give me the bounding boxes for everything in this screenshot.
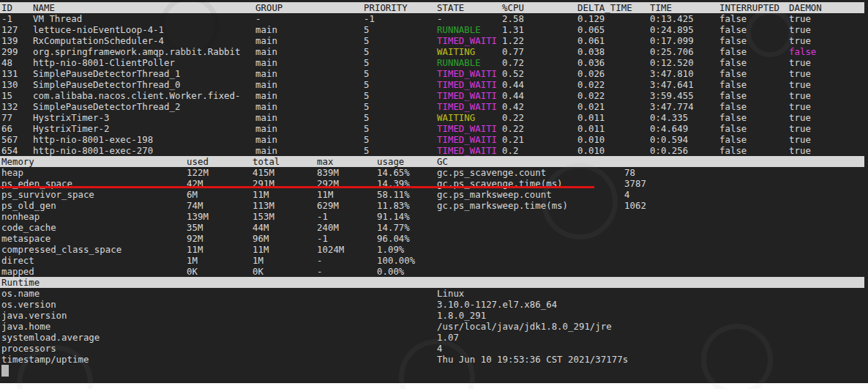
memory-table-row: code_cache 35M 44M 240M 14.77% — [0, 222, 868, 233]
thread-id-cell: 77 — [1, 112, 12, 123]
red-underline-annotation — [0, 186, 594, 188]
thread-id-cell: 127 — [1, 24, 18, 35]
memory-max-cell: - — [317, 266, 322, 277]
runtime-table-row: processors 4 — [0, 343, 868, 354]
thread-daemon-cell: true — [789, 24, 811, 35]
thread-table-row: 15 com.alibaba.nacos.client.Worker.fixed… — [0, 90, 868, 101]
memory-used-cell: 0K — [187, 266, 198, 277]
thread-interrupted-cell: false — [719, 35, 747, 46]
thread-priority-cell: 5 — [364, 123, 369, 134]
thread-state-cell: TIMED_WAITI — [437, 101, 497, 112]
thread-time-cell: 0:4.335 — [650, 112, 688, 123]
memory-total-cell: 1M — [252, 255, 263, 266]
thread-state-cell: RUNNABLE — [437, 57, 481, 68]
memory-table-row: heap 122M 415M 839M 14.65% gc.ps_scaveng… — [0, 167, 868, 178]
thread-delta-time-cell: 0.022 — [577, 90, 605, 101]
thread-name-cell: SimplePauseDetectorThread_2 — [33, 101, 180, 112]
memory-total-cell: 11M — [252, 244, 269, 255]
thread-state-cell: TIMED_WAITI — [437, 35, 497, 46]
thread-state-cell: RUNNABLE — [437, 24, 481, 35]
thread-group-cell: main — [255, 35, 277, 46]
runtime-label-cell: timestamp/uptime — [1, 354, 89, 365]
thread-cpu-cell: 1.22 — [502, 35, 524, 46]
thread-time-cell: 3:47.810 — [650, 68, 694, 79]
memory-used-cell: 35M — [187, 222, 203, 233]
memory-usage-cell: 0.00% — [377, 266, 404, 277]
memory-header-used: used — [187, 156, 209, 167]
thread-state-cell: TIMED_WAITI — [437, 134, 497, 145]
memory-table-header: Memory used total max usage GC — [0, 156, 864, 167]
thread-time-cell: 0:12.520 — [650, 57, 694, 68]
memory-label-cell: ps_old_gen — [1, 200, 56, 211]
terminal-screen[interactable]: ID NAME GROUP PRIORITY STATE %CPU DELTA_… — [0, 0, 868, 383]
thread-delta-time-cell: 0.010 — [577, 145, 605, 156]
thread-header-cpu: %CPU — [502, 2, 524, 13]
thread-group-cell: main — [255, 79, 277, 90]
memory-used-cell: 122M — [187, 167, 209, 178]
memory-table-row: compressed_class_space 11M 11M 1024M 1.0… — [0, 244, 868, 255]
memory-total-cell: 415M — [252, 167, 274, 178]
thread-state-cell: TIMED_WAITI — [437, 79, 497, 90]
memory-total-cell: 44M — [252, 222, 269, 233]
thread-table-row: 130 SimplePauseDetectorThread_0 main 5 T… — [0, 79, 868, 90]
runtime-label-cell: os.name — [1, 288, 40, 299]
memory-max-cell: 629M — [317, 200, 339, 211]
thread-name-cell: SimplePauseDetectorThread_1 — [33, 68, 180, 79]
memory-label-cell: code_cache — [1, 222, 56, 233]
thread-daemon-cell: true — [789, 68, 811, 79]
thread-id-cell: 139 — [1, 35, 18, 46]
thread-cpu-cell: 0.77 — [502, 46, 524, 57]
runtime-label-cell: systemload.average — [1, 332, 100, 343]
thread-time-cell: 3:47.641 — [650, 79, 694, 90]
thread-group-cell: - — [255, 13, 261, 24]
gc-label-cell: gc.ps_scavenge.count — [437, 167, 546, 178]
memory-total-cell: 113M — [252, 200, 274, 211]
memory-label-cell: heap — [1, 167, 23, 178]
thread-priority-cell: 5 — [364, 24, 369, 35]
runtime-label-cell: java.home — [1, 321, 50, 332]
thread-state-cell: - — [437, 13, 442, 24]
gc-label-cell: gc.ps_marksweep.time(ms) — [437, 200, 568, 211]
thread-group-cell: main — [255, 112, 277, 123]
thread-table-row: 299 org.springframework.amqp.rabbit.Rabb… — [0, 46, 868, 57]
thread-header-daemon: DAEMON — [789, 2, 822, 13]
memory-label-cell: ps_survivor_space — [1, 189, 94, 200]
thread-delta-time-cell: 0.065 — [577, 24, 605, 35]
thread-id-cell: 654 — [1, 145, 18, 156]
thread-delta-time-cell: 0.038 — [577, 46, 605, 57]
thread-daemon-cell: true — [789, 123, 811, 134]
thread-state-cell: TIMED_WAITI — [437, 145, 497, 156]
thread-header-delta-time: DELTA_TIME — [577, 2, 632, 13]
gc-value-cell: 1062 — [624, 200, 646, 211]
memory-max-cell: 839M — [317, 167, 339, 178]
thread-time-cell: 3:59.455 — [650, 90, 694, 101]
memory-header-label: Memory — [1, 156, 34, 167]
memory-used-cell: 74M — [187, 200, 203, 211]
memory-max-cell: 240M — [317, 222, 339, 233]
thread-interrupted-cell: false — [719, 46, 747, 57]
thread-table-row: 139 RxComputationScheduler-4 main 5 TIME… — [0, 35, 868, 46]
thread-interrupted-cell: false — [719, 57, 747, 68]
thread-delta-time-cell: 0.061 — [577, 35, 605, 46]
memory-usage-cell: 58.11% — [377, 189, 410, 200]
memory-total-cell: 96M — [252, 233, 269, 244]
runtime-value-cell: 4 — [437, 343, 442, 354]
thread-table-row: 132 SimplePauseDetectorThread_2 main 5 T… — [0, 101, 868, 112]
thread-header-interrupted: INTERRUPTED — [719, 2, 779, 13]
thread-table-row: 131 SimplePauseDetectorThread_1 main 5 T… — [0, 68, 868, 79]
thread-interrupted-cell: false — [719, 123, 747, 134]
runtime-table-row: java.home /usr/local/java/jdk1.8.0_291/j… — [0, 321, 868, 332]
runtime-value-cell: Linux — [437, 288, 464, 299]
thread-time-cell: 0:25.706 — [650, 46, 694, 57]
memory-usage-cell: 1.09% — [377, 244, 404, 255]
thread-interrupted-cell: false — [719, 145, 747, 156]
thread-interrupted-cell: false — [719, 79, 747, 90]
runtime-label-cell: java.version — [1, 310, 67, 321]
memory-label-cell: metaspace — [1, 233, 50, 244]
thread-group-cell: main — [255, 123, 277, 134]
thread-id-cell: 66 — [1, 123, 12, 134]
memory-usage-cell: 11.83% — [377, 200, 410, 211]
memory-max-cell: -1 — [317, 211, 328, 222]
memory-table-row: direct 1M 1M - 100.00% — [0, 255, 868, 266]
thread-state-cell: WAITING — [437, 112, 475, 123]
